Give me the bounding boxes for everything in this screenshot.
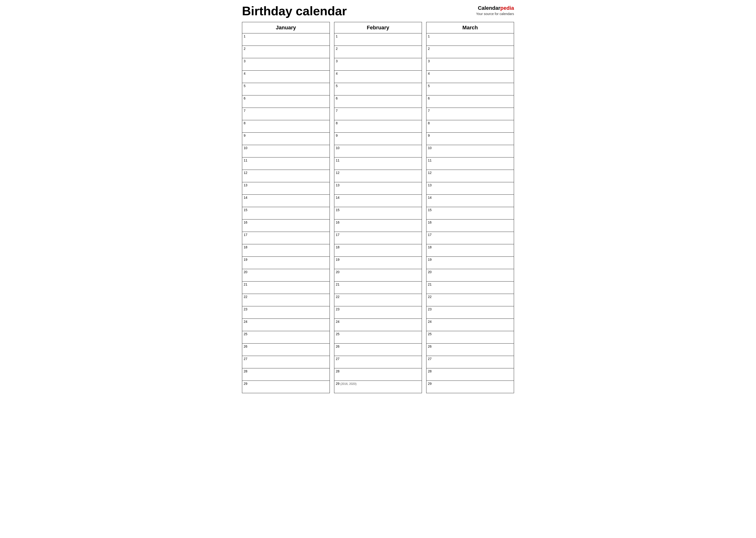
table-row: 3	[426, 58, 514, 71]
day-number: 15	[336, 208, 340, 212]
day-cell-29: 29	[242, 381, 330, 393]
day-cell-13: 13	[242, 182, 330, 195]
day-number: 6	[336, 96, 338, 100]
day-cell-17: 17	[334, 232, 422, 244]
day-cell-3: 3	[242, 58, 330, 71]
day-number: 9	[428, 134, 430, 137]
day-number: 8	[428, 121, 430, 125]
day-cell-20: 20	[426, 269, 514, 282]
day-number: 21	[336, 283, 340, 286]
day-number: 2	[243, 47, 245, 51]
table-row: 16	[334, 220, 422, 232]
day-cell-27: 27	[242, 356, 330, 368]
day-number: 1	[243, 34, 245, 38]
day-number: 18	[243, 245, 247, 249]
day-cell-19: 19	[334, 257, 422, 269]
table-row: 27	[426, 356, 514, 368]
day-cell-11: 11	[426, 157, 514, 170]
day-number: 12	[336, 171, 340, 175]
page-title: Birthday calendar	[242, 5, 347, 17]
day-number: 4	[428, 72, 430, 76]
table-row: 10	[426, 145, 514, 157]
table-row: 2	[426, 46, 514, 58]
table-row: 4	[426, 71, 514, 83]
day-number: 27	[243, 357, 247, 361]
day-number: 26	[428, 345, 432, 348]
day-cell-29: 29 (2016, 2020)	[334, 381, 422, 393]
day-cell-21: 21	[426, 282, 514, 294]
day-cell-22: 22	[242, 294, 330, 306]
table-row: 29 (2016, 2020)	[334, 381, 422, 393]
table-row: 11	[334, 157, 422, 170]
day-number: 4	[243, 72, 245, 76]
day-number: 4	[336, 72, 338, 76]
day-cell-7: 7	[426, 108, 514, 120]
brand-tagline: Your source for calendars	[476, 12, 514, 16]
table-row: 13	[334, 182, 422, 195]
day-cell-6: 6	[426, 95, 514, 108]
table-row: 5	[426, 83, 514, 95]
table-row: 11	[426, 157, 514, 170]
day-cell-13: 13	[334, 182, 422, 195]
table-row: 3	[242, 58, 330, 71]
table-row: 18	[426, 244, 514, 257]
table-row: 8	[426, 120, 514, 133]
day-cell-2: 2	[334, 46, 422, 58]
day-number: 18	[336, 245, 340, 249]
day-cell-15: 15	[242, 207, 330, 220]
day-cell-11: 11	[334, 157, 422, 170]
table-row: 26	[426, 344, 514, 356]
table-row: 22	[426, 294, 514, 306]
day-cell-9: 9	[426, 133, 514, 145]
table-row: 21	[426, 282, 514, 294]
table-row: 7	[426, 108, 514, 120]
day-number: 7	[428, 109, 430, 113]
day-cell-17: 17	[242, 232, 330, 244]
day-cell-9: 9	[334, 133, 422, 145]
day-cell-1: 1	[426, 33, 514, 46]
brand-pedia-text: pedia	[501, 5, 514, 11]
day-cell-16: 16	[334, 220, 422, 232]
day-cell-16: 16	[426, 220, 514, 232]
day-number: 13	[243, 183, 247, 187]
day-cell-3: 3	[334, 58, 422, 71]
table-row: 5	[334, 83, 422, 95]
table-row: 14	[242, 195, 330, 207]
table-row: 29	[242, 381, 330, 393]
table-row: 20	[242, 269, 330, 282]
day-cell-2: 2	[242, 46, 330, 58]
day-cell-29: 29	[426, 381, 514, 393]
day-cell-19: 19	[426, 257, 514, 269]
day-number: 2	[428, 47, 430, 51]
day-cell-25: 25	[242, 331, 330, 344]
table-row: 17	[334, 232, 422, 244]
day-cell-15: 15	[426, 207, 514, 220]
day-number: 6	[243, 96, 245, 100]
month-table-february: February12345678910111213141516171819202…	[334, 22, 422, 393]
table-row: 2	[242, 46, 330, 58]
day-cell-5: 5	[426, 83, 514, 95]
table-row: 25	[334, 331, 422, 344]
day-number: 5	[243, 84, 245, 88]
table-row: 13	[242, 182, 330, 195]
table-row: 4	[242, 71, 330, 83]
day-cell-24: 24	[334, 319, 422, 331]
day-number: 23	[243, 307, 247, 311]
table-row: 1	[242, 33, 330, 46]
day-number: 19	[336, 258, 340, 261]
day-number: 26	[336, 345, 340, 348]
day-number: 13	[428, 183, 432, 187]
table-row: 7	[334, 108, 422, 120]
day-number: 16	[428, 220, 432, 224]
day-cell-21: 21	[242, 282, 330, 294]
calendar-grid: January123456789101112131415161718192021…	[242, 22, 514, 393]
table-row: 6	[426, 95, 514, 108]
table-row: 19	[334, 257, 422, 269]
day-number: 14	[336, 196, 340, 199]
table-row: 27	[334, 356, 422, 368]
day-number: 7	[336, 109, 338, 113]
table-row: 15	[334, 207, 422, 220]
day-number: 29	[428, 382, 432, 386]
day-cell-12: 12	[242, 170, 330, 182]
day-cell-26: 26	[334, 344, 422, 356]
